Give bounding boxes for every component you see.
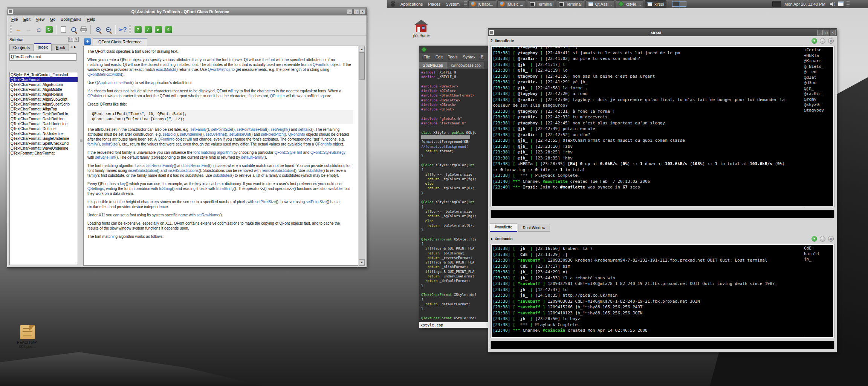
index-item[interactable]: QTextCharFormat::AlignTop (10, 107, 78, 112)
nick-item[interactable]: @__ed (804, 69, 833, 75)
nick-item[interactable]: jh_ (804, 257, 833, 262)
zoom-in-icon[interactable]: + (93, 25, 102, 34)
pane-close-icon[interactable]: × (828, 38, 834, 44)
find-icon[interactable] (69, 25, 78, 34)
doc-link[interactable]: setPointSize (211, 127, 232, 132)
forward-icon[interactable]: → (24, 25, 33, 34)
nick-list[interactable]: +Cerise+HERTa@Kroarr@_Niels_@__ed@d3at@d… (802, 47, 833, 206)
qt-titlebar[interactable]: Qt Assistant by Trolltech - QFont Class … (7, 8, 367, 15)
scroll-to-bottom-icon[interactable]: ▾ (811, 38, 817, 44)
doc-link[interactable]: exactMatch (156, 67, 175, 72)
panel-handle[interactable] (464, 1, 467, 7)
doc-link[interactable]: family (87, 142, 97, 146)
menu-item[interactable]: B (478, 55, 486, 59)
menu-item[interactable]: Tools (445, 55, 460, 59)
toolbar-handle[interactable] (10, 25, 12, 34)
nick-item[interactable]: @Kroarr (804, 58, 833, 64)
doc-link[interactable]: setStrikeOut (229, 132, 250, 136)
minimize-button[interactable]: – (347, 9, 353, 15)
index-item[interactable]: QTextCharFormat::DashDotLine (10, 116, 78, 121)
show-desktop-icon[interactable] (838, 2, 844, 6)
index-item[interactable]: QTextCharFormat::AlignSuperScrip (10, 102, 78, 107)
toolbar-handle[interactable] (129, 25, 131, 34)
doc-link[interactable]: QSettings (87, 187, 104, 191)
doc-link[interactable]: QFontInfo (157, 137, 174, 141)
nick-item[interactable]: +Cerise (804, 47, 833, 53)
maximize-button[interactable]: □ (353, 9, 359, 15)
doc-link[interactable]: setOverline (206, 132, 225, 136)
tab-con-tents[interactable]: Contents (9, 44, 34, 51)
coincoin-input[interactable] (491, 341, 834, 349)
nick-list[interactable]: CdEharoldjh_ (802, 245, 833, 337)
index-item[interactable]: QTextCharFormat::SpellCheckUnd (10, 141, 78, 146)
workspace-switcher[interactable] (672, 1, 686, 7)
tab-xwindowbase-cpp[interactable]: xwindowbase.cpp (447, 62, 485, 69)
close-button[interactable]: × (830, 30, 836, 35)
nick-item[interactable]: @skyz0r (804, 102, 833, 108)
taskbar-button[interactable]: [Music ... (497, 0, 526, 8)
close-button[interactable]: × (360, 9, 365, 15)
index-item[interactable]: QTextCharFormat::AlignSubScript (10, 97, 78, 102)
menu-item[interactable]: File (421, 55, 433, 59)
menu-item[interactable]: Applications (398, 2, 425, 6)
coincoin-chat[interactable]: [23:38] [ jh_ ] [22:16:50] kroben: là ?[… (491, 244, 834, 338)
mouflette-chat[interactable]: [23:38] [ @tagyboy ] [22:40:33] :([23:38… (491, 46, 834, 207)
scroll-down-icon[interactable]: ▼ (359, 259, 365, 265)
taskbar-button[interactable]: Terminal (527, 0, 555, 8)
doc-link[interactable]: toString (159, 187, 172, 191)
panel-applet[interactable] (772, 1, 781, 7)
nick-item[interactable]: @raz0ir- (804, 91, 833, 97)
desktop-icon-home[interactable]: jh's Home (404, 20, 438, 38)
index-item[interactable]: QTextCharFormat::AlignNormal (10, 92, 78, 97)
index-item[interactable]: QTextCharFormat::SingleUnderline (10, 136, 78, 141)
doc-link[interactable]: QFontInfo (313, 63, 329, 67)
taskbar-button[interactable]: [Chabr... (468, 0, 496, 8)
doc-link[interactable]: setUnderline (180, 132, 201, 136)
zoom-out-icon[interactable]: − (104, 25, 113, 34)
taskbar-button[interactable]: Qt Assi... (585, 0, 614, 8)
doc-link[interactable]: QPainter (270, 94, 285, 98)
splitter[interactable] (80, 36, 83, 266)
doc-link[interactable]: lastResortFamily (146, 164, 174, 168)
assistant-qt4-icon[interactable]: 4 (164, 25, 173, 34)
pane-options-icon[interactable]: · (820, 38, 825, 44)
nick-item[interactable]: @tagyboy (804, 108, 833, 113)
look-for-input[interactable] (9, 53, 76, 61)
doc-link[interactable]: QFont::StyleStrategy (310, 150, 345, 155)
doc-link[interactable]: key (120, 182, 126, 186)
doc-link[interactable]: lastResortFont (185, 164, 209, 168)
doc-link[interactable]: QFontInfo (288, 132, 305, 136)
add-tab-button[interactable]: + (84, 38, 91, 45)
whats-this-icon[interactable]: ➢? (118, 25, 127, 34)
workspace-2[interactable] (679, 1, 686, 7)
doc-link[interactable]: insertSubstitution (128, 168, 157, 173)
nick-item[interactable]: @_Niels_ (804, 64, 833, 70)
nick-item[interactable]: @romy (804, 97, 833, 103)
index-item[interactable]: QStyle::SH_TextControl_FocusInd (10, 72, 78, 77)
index-item[interactable]: QTextCharFormat::DotLine (10, 126, 78, 131)
tab--book[interactable]: Book (52, 44, 69, 51)
doc-link[interactable]: setPixelSize (255, 200, 276, 204)
menu-item[interactable]: Edit (21, 17, 33, 21)
doc-link[interactable]: setPointSizeFloat (237, 127, 266, 132)
doc-link[interactable]: fromString (216, 187, 234, 191)
clock[interactable]: Mon Apr 28, 11:40 PM (781, 2, 828, 6)
assistant-help-icon[interactable]: ? (133, 25, 142, 34)
tab-root-window[interactable]: Root Window (518, 224, 550, 232)
print-icon[interactable] (79, 25, 88, 34)
scroll-to-bottom-icon[interactable]: ▾ (811, 236, 817, 242)
doc-link[interactable]: setBold (163, 132, 175, 136)
doc-link[interactable]: setFamily (190, 127, 206, 132)
doc-link[interactable]: setFixedPitch (261, 132, 284, 136)
nick-item[interactable]: CdE (804, 246, 833, 251)
doc-tab[interactable]: QFont Class Reference (93, 38, 147, 46)
scroll-thumb[interactable] (359, 52, 365, 80)
doc-link[interactable]: pointSize (102, 142, 117, 146)
doc-link[interactable]: QFontInfo (315, 142, 332, 146)
doc-link[interactable]: setStyleHint (95, 155, 115, 159)
desktop-icon-peach[interactable]: PEACH-MP-002.doc... (11, 325, 44, 349)
doc-link[interactable]: setRawName (197, 213, 219, 217)
tab--index[interactable]: Index (34, 43, 52, 51)
doc-link[interactable]: QFont::StyleHint (274, 150, 302, 155)
tab-scroll-left-icon[interactable]: ◀ (69, 45, 73, 49)
